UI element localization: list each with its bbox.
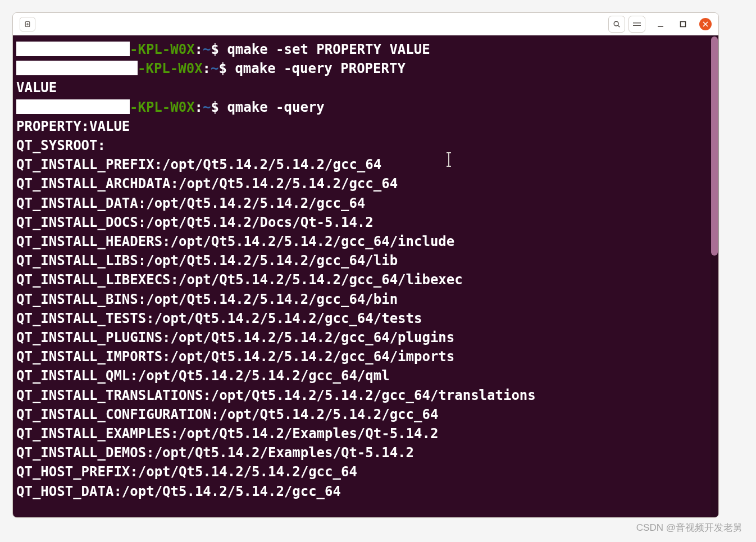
terminal-content: -KPL-W0X:~$ qmake -set PROPERTY VALUE -K… [16,40,718,501]
prompt-sigil: $ [211,99,219,115]
redacted-user [16,99,130,114]
output-line: QT_HOST_DATA:/opt/Qt5.14.2/5.14.2/gcc_64 [16,484,341,499]
output-line: QT_SYSROOT: [16,138,106,153]
output-line: QT_INSTALL_DOCS:/opt/Qt5.14.2/Docs/Qt-5.… [16,215,374,230]
maximize-button[interactable] [676,17,690,31]
prompt-separator: : [195,99,203,115]
terminal-viewport[interactable]: -KPL-W0X:~$ qmake -set PROPERTY VALUE -K… [13,35,718,517]
prompt-path: ~ [203,42,211,57]
titlebar [13,13,718,35]
output-line: QT_INSTALL_IMPORTS:/opt/Qt5.14.2/5.14.2/… [16,349,454,365]
prompt-path: ~ [211,61,218,76]
output-line: QT_INSTALL_HEADERS:/opt/Qt5.14.2/5.14.2/… [16,234,454,249]
output-line: QT_INSTALL_ARCHDATA:/opt/Qt5.14.2/5.14.2… [16,176,398,192]
output-line: QT_INSTALL_EXAMPLES:/opt/Qt5.14.2/Exampl… [16,426,438,441]
redacted-user [16,61,138,75]
prompt-host: -KPL-W0X [130,42,195,57]
output-line: QT_INSTALL_DEMOS:/opt/Qt5.14.2/Examples/… [16,445,414,461]
output-line: QT_INSTALL_TESTS:/opt/Qt5.14.2/5.14.2/gc… [16,311,422,326]
new-tab-button[interactable] [20,17,35,31]
output-line: QT_HOST_PREFIX:/opt/Qt5.14.2/5.14.2/gcc_… [16,464,357,480]
output-line: QT_INSTALL_PLUGINS:/opt/Qt5.14.2/5.14.2/… [16,330,454,345]
close-button[interactable] [699,18,712,30]
prompt-separator: : [195,42,203,57]
output-line: QT_INSTALL_CONFIGURATION:/opt/Qt5.14.2/5… [16,407,438,422]
terminal-window: -KPL-W0X:~$ qmake -set PROPERTY VALUE -K… [12,12,719,518]
prompt-host: -KPL-W0X [130,99,195,115]
svg-rect-6 [681,21,686,26]
output-line: QT_INSTALL_QML:/opt/Qt5.14.2/5.14.2/gcc_… [16,368,390,384]
scrollbar-thumb[interactable] [711,37,718,256]
prompt-separator: : [203,61,211,76]
prompt-host: -KPL-W0X [138,61,203,76]
command-1: qmake -set PROPERTY VALUE [219,42,430,57]
output-line: QT_INSTALL_LIBEXECS:/opt/Qt5.14.2/5.14.2… [16,272,463,288]
search-button[interactable] [608,16,625,33]
text-cursor-icon [448,153,449,166]
output-line: VALUE [16,80,57,95]
output-line: PROPERTY:VALUE [16,119,130,134]
prompt-path: ~ [203,99,211,115]
command-3: qmake -query [219,99,325,115]
output-line: QT_INSTALL_PREFIX:/opt/Qt5.14.2/5.14.2/g… [16,157,381,172]
redacted-user [16,42,130,56]
svg-line-4 [618,25,620,27]
output-line: QT_INSTALL_TRANSLATIONS:/opt/Qt5.14.2/5.… [16,388,536,403]
menu-button[interactable] [629,16,645,33]
command-2: qmake -query PROPERTY [227,61,406,76]
scrollbar-track[interactable] [711,35,718,517]
prompt-sigil: $ [219,61,227,76]
watermark: CSDN @音视频开发老舅 [636,521,743,534]
output-line: QT_INSTALL_LIBS:/opt/Qt5.14.2/5.14.2/gcc… [16,253,398,268]
output-line: QT_INSTALL_DATA:/opt/Qt5.14.2/5.14.2/gcc… [16,195,365,211]
prompt-sigil: $ [211,42,219,57]
minimize-button[interactable] [653,17,668,31]
svg-point-3 [614,21,618,26]
output-line: QT_INSTALL_BINS:/opt/Qt5.14.2/5.14.2/gcc… [16,292,398,307]
